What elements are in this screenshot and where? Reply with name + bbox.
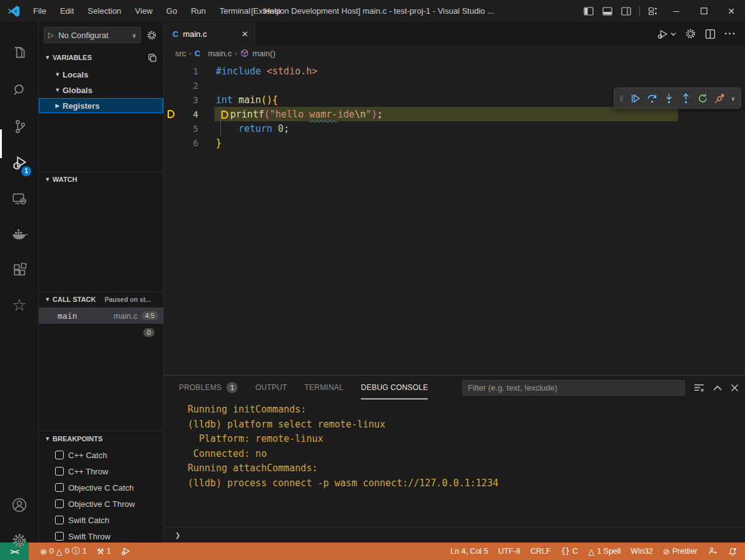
breakpoint-row[interactable]: Swift Throw xyxy=(39,528,163,542)
variables-scope-registers[interactable]: ▶ Registers xyxy=(39,98,163,113)
menu-selection[interactable]: Selection xyxy=(81,2,128,20)
continue-button[interactable] xyxy=(627,89,644,107)
breadcrumb-folder[interactable]: src xyxy=(175,49,186,58)
breadcrumb-symbol[interactable]: main() xyxy=(252,49,275,58)
variables-scope-globals[interactable]: ▼ Globals xyxy=(39,82,163,98)
start-debugging-icon[interactable]: ▷ xyxy=(48,31,54,39)
notifications-bell-icon[interactable] xyxy=(722,546,745,556)
tab-output[interactable]: OUTPUT xyxy=(255,376,287,399)
call-stack-section-header[interactable]: ▼ CALL STACK Paused on st... xyxy=(39,292,163,307)
encoding[interactable]: UTF-8 xyxy=(494,547,525,556)
run-or-debug-icon[interactable] xyxy=(657,28,676,40)
disconnect-button[interactable] xyxy=(711,89,728,107)
manage-gear-icon[interactable] xyxy=(0,526,39,556)
debug-status[interactable] xyxy=(116,542,136,560)
tools-status[interactable]: ⚒1 xyxy=(92,542,116,560)
tab-main-c[interactable]: C main.c ✕ xyxy=(164,22,255,45)
watch-section-header[interactable]: ▼ WATCH xyxy=(39,172,163,187)
search-icon[interactable] xyxy=(0,75,39,105)
menu-view[interactable]: View xyxy=(128,2,160,20)
code-editor[interactable]: 1#include <stdio.h>23int main(){4 printf… xyxy=(164,61,745,375)
eol-sequence[interactable]: CRLF xyxy=(525,547,556,556)
code-line-1[interactable]: 1#include <stdio.h> xyxy=(164,64,745,78)
breadcrumb-file[interactable]: main.c xyxy=(208,49,231,58)
variables-section-header[interactable]: ▼ VARIABLES xyxy=(39,50,163,65)
breakpoint-checkbox[interactable] xyxy=(55,532,64,541)
code-line-4[interactable]: 4 printf("hello wamr-ide\n"); xyxy=(164,107,745,121)
close-tab-icon[interactable]: ✕ xyxy=(241,29,248,39)
extensions-icon[interactable] xyxy=(0,255,39,285)
breakpoint-checkbox[interactable] xyxy=(55,499,64,508)
debug-toolbar: ⣿ xyxy=(614,88,741,109)
step-into-button[interactable] xyxy=(661,89,677,107)
explorer-icon[interactable] xyxy=(0,38,39,68)
debug-console-input[interactable]: ❯ xyxy=(164,527,745,542)
breakpoint-checkbox[interactable] xyxy=(55,516,64,524)
symbol-method-icon xyxy=(240,49,249,58)
tab-terminal[interactable]: TERMINAL xyxy=(305,376,343,399)
language-mode[interactable]: {} C xyxy=(556,547,583,556)
breakpoint-checkbox[interactable] xyxy=(55,483,64,492)
call-stack-frame-row[interactable]: main main.c 4:5 xyxy=(39,308,163,324)
more-actions-icon[interactable]: ··· xyxy=(724,28,736,39)
run-and-debug-icon[interactable]: 1 xyxy=(0,148,39,178)
close-window-button[interactable]: ✕ xyxy=(717,0,745,22)
menu-file[interactable]: File xyxy=(26,2,53,20)
customize-layout-icon[interactable] xyxy=(644,2,662,20)
split-editor-icon[interactable] xyxy=(705,29,716,39)
debug-console-output[interactable]: Running initCommands:(lldb) platform sel… xyxy=(164,399,745,527)
menu-terminal[interactable]: Terminal xyxy=(213,2,257,20)
menu-help[interactable]: Help xyxy=(257,2,288,20)
wamr-ide-icon[interactable]: ☆ xyxy=(0,290,39,320)
breakpoint-row[interactable]: Swift Catch xyxy=(39,512,163,528)
toggle-primary-sidebar-icon[interactable] xyxy=(579,2,598,20)
debug-configuration-dropdown[interactable]: ▷ No Configurat ∨ xyxy=(44,27,141,43)
console-filter-input[interactable] xyxy=(462,380,685,396)
step-out-button[interactable] xyxy=(677,89,694,107)
menu-go[interactable]: Go xyxy=(160,2,184,20)
breakpoint-checkbox[interactable] xyxy=(55,451,64,459)
problems-status[interactable]: ⊗0 △0 ⓘ1 xyxy=(35,542,92,560)
breakpoint-row[interactable]: Objective C Throw xyxy=(39,496,163,512)
settings-gear-icon[interactable] xyxy=(685,28,696,39)
toggle-secondary-sidebar-icon[interactable] xyxy=(617,2,636,20)
remote-explorer-icon[interactable] xyxy=(0,184,39,214)
current-frame-gutter-arrow-icon[interactable] xyxy=(164,110,180,118)
docker-icon[interactable] xyxy=(0,219,39,249)
menu-edit[interactable]: Edit xyxy=(53,2,81,20)
breakpoints-section-header[interactable]: ▼ BREAKPOINTS xyxy=(39,431,163,446)
call-stack-thread-row[interactable]: 0 xyxy=(39,325,163,340)
tab-debug-console[interactable]: DEBUG CONSOLE xyxy=(361,376,428,399)
toggle-panel-icon[interactable] xyxy=(598,2,617,20)
maximize-button[interactable] xyxy=(690,0,717,22)
breakpoint-row[interactable]: C++ Catch xyxy=(39,447,163,463)
source-control-icon[interactable] xyxy=(0,111,39,141)
variables-scope-locals[interactable]: ▼ Locals xyxy=(39,67,163,82)
restart-button[interactable] xyxy=(694,89,711,107)
line-number: 5 xyxy=(180,124,198,134)
spell-checker-status[interactable]: △1 Spell xyxy=(583,547,626,556)
minimize-button[interactable]: ─ xyxy=(662,0,690,22)
platform-status[interactable]: Win32 xyxy=(626,547,657,556)
breakpoint-row[interactable]: C++ Throw xyxy=(39,463,163,479)
cursor-position[interactable]: Ln 4, Col 5 xyxy=(445,547,493,556)
clear-console-icon[interactable] xyxy=(694,383,704,392)
chevron-down-icon[interactable]: ∨ xyxy=(728,95,738,102)
tab-problems[interactable]: PROBLEMS 1 xyxy=(179,376,238,399)
close-panel-icon[interactable] xyxy=(731,384,739,392)
code-line-5[interactable]: 5 return 0; xyxy=(164,121,745,136)
feedback-icon[interactable] xyxy=(702,546,722,556)
line-number: 2 xyxy=(180,81,198,91)
braces-icon: {} xyxy=(561,547,570,556)
open-launch-json-gear-icon[interactable] xyxy=(144,30,158,41)
accounts-icon[interactable] xyxy=(0,490,39,520)
menu-run[interactable]: Run xyxy=(184,2,213,20)
step-over-button[interactable] xyxy=(644,89,661,107)
maximize-panel-icon[interactable] xyxy=(713,385,722,391)
breakpoint-checkbox[interactable] xyxy=(55,467,64,476)
prettier-status[interactable]: ⊘Prettier xyxy=(658,547,702,556)
code-line-6[interactable]: 6} xyxy=(164,136,745,150)
breakpoint-row[interactable]: Objective C Catch xyxy=(39,479,163,496)
copy-value-icon[interactable] xyxy=(148,53,157,62)
toolbar-grip-icon[interactable]: ⣿ xyxy=(617,96,627,101)
